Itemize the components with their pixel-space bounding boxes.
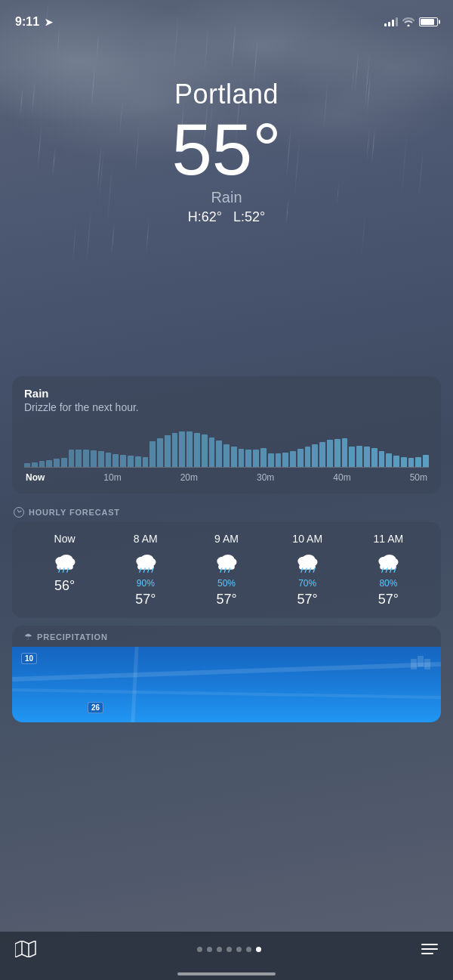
precip-label-now: Now — [26, 472, 45, 483]
clock-icon — [14, 507, 24, 518]
cards-container: Rain Drizzle for the next hour. Now 10m … — [0, 376, 453, 722]
map-road-vertical — [131, 647, 138, 722]
page-dot-6 — [246, 947, 251, 952]
map-nav-svg — [15, 941, 36, 957]
hour-precip-9am: 50% — [217, 578, 236, 589]
map-list-button[interactable] — [15, 941, 36, 957]
precip-label-10m: 10m — [103, 472, 121, 483]
page-dot-2 — [207, 947, 212, 952]
status-bar: 9:11 ➤ — [0, 0, 453, 33]
weather-main: Portland 55° Rain H:62° L:52° — [0, 33, 453, 225]
page-dot-7 — [256, 947, 261, 952]
hourly-section-header: HOURLY FORECAST — [12, 501, 441, 522]
umbrella-icon: ☂ — [24, 632, 32, 642]
weather-icon-now — [51, 548, 79, 575]
weather-icon-10am — [294, 548, 321, 575]
page-dot-4 — [226, 947, 232, 952]
map-road-horizontal — [12, 662, 441, 682]
battery-icon — [419, 17, 438, 26]
list-nav-button[interactable] — [421, 944, 438, 954]
location-arrow-icon: ➤ — [45, 17, 53, 28]
map-number-26: 26 — [88, 702, 103, 713]
precip-label-50m: 50m — [410, 472, 427, 483]
page-dot-3 — [217, 947, 222, 952]
page-dot-5 — [236, 947, 242, 952]
svg-rect-38 — [411, 659, 417, 669]
hourly-item-8am: 8 AM 90% 57° — [105, 533, 186, 607]
bottom-nav-content — [15, 941, 438, 957]
precip-card-title: Rain — [24, 387, 429, 400]
hour-label-now: Now — [54, 533, 76, 545]
page-dot-1 — [197, 947, 202, 952]
weather-icon-11am — [374, 548, 402, 575]
precipitation-header-text: PRECIPITATION — [37, 632, 108, 641]
precipitation-section-card: ☂ PRECIPITATION 10 26 — [12, 626, 441, 722]
page-dots — [197, 947, 261, 952]
svg-rect-40 — [424, 659, 430, 669]
svg-rect-18 — [218, 564, 235, 570]
hour-label-8am: 8 AM — [134, 533, 158, 545]
svg-rect-10 — [137, 564, 154, 570]
precipitation-chart — [24, 422, 429, 468]
hour-precip-11am: 80% — [379, 578, 397, 589]
hour-temp-11am: 57° — [378, 592, 399, 607]
hourly-row: Now 56° 8 AM — [24, 525, 429, 607]
hourly-item-11am: 11 AM 80% 57° — [348, 533, 429, 607]
precip-label-40m: 40m — [333, 472, 350, 483]
precip-label-20m: 20m — [180, 472, 198, 483]
map-road-h2 — [12, 688, 441, 699]
bottom-nav — [0, 932, 453, 980]
precipitation-minute-card: Rain Drizzle for the next hour. Now 10m … — [12, 376, 441, 493]
wifi-icon — [402, 17, 414, 26]
status-time: 9:11 ➤ — [15, 15, 53, 29]
svg-rect-3 — [57, 564, 73, 570]
svg-rect-25 — [299, 564, 316, 570]
hour-temp-10am: 57° — [297, 592, 318, 607]
hourly-item-9am: 9 AM 50% 57° — [186, 533, 267, 607]
hi-lo: H:62° L:52° — [0, 209, 453, 225]
hour-precip-8am: 90% — [137, 578, 155, 589]
precipitation-section-header: ☂ PRECIPITATION — [12, 626, 441, 647]
precip-time-labels: Now 10m 20m 30m 40m 50m — [24, 472, 429, 483]
hour-precip-10am: 70% — [298, 578, 316, 589]
time-display: 9:11 — [15, 15, 39, 29]
hour-label-11am: 11 AM — [374, 533, 404, 545]
city-name: Portland — [0, 79, 453, 110]
svg-rect-33 — [381, 564, 397, 570]
hourly-item-now: Now 56° — [24, 533, 105, 594]
signal-icon — [384, 17, 398, 26]
precipitation-map[interactable]: 10 26 — [12, 647, 441, 722]
hourly-header-text: HOURLY FORECAST — [29, 508, 120, 517]
status-right — [384, 17, 438, 26]
low-temp: L:52° — [233, 209, 265, 224]
home-indicator — [177, 972, 276, 975]
weather-icon-9am — [213, 548, 240, 575]
hour-temp-8am: 57° — [135, 592, 156, 607]
precip-label-30m: 30m — [257, 472, 274, 483]
hour-label-9am: 9 AM — [214, 533, 239, 545]
precip-card-subtitle: Drizzle for the next hour. — [24, 401, 429, 413]
svg-marker-41 — [15, 941, 35, 957]
condition: Rain — [0, 189, 453, 206]
hour-temp-now: 56° — [54, 578, 75, 594]
temperature: 55° — [0, 113, 453, 186]
hourly-forecast-card: Now 56° 8 AM — [12, 522, 441, 618]
hour-temp-9am: 57° — [216, 592, 236, 607]
map-icon-overlay — [409, 653, 432, 675]
high-temp: H:62° — [188, 209, 222, 224]
map-number-10: 10 — [21, 653, 37, 664]
weather-icon-8am — [132, 548, 159, 575]
hourly-item-10am: 10 AM 70% 57° — [267, 533, 348, 607]
svg-rect-39 — [418, 656, 424, 666]
hour-label-10am: 10 AM — [292, 533, 322, 545]
